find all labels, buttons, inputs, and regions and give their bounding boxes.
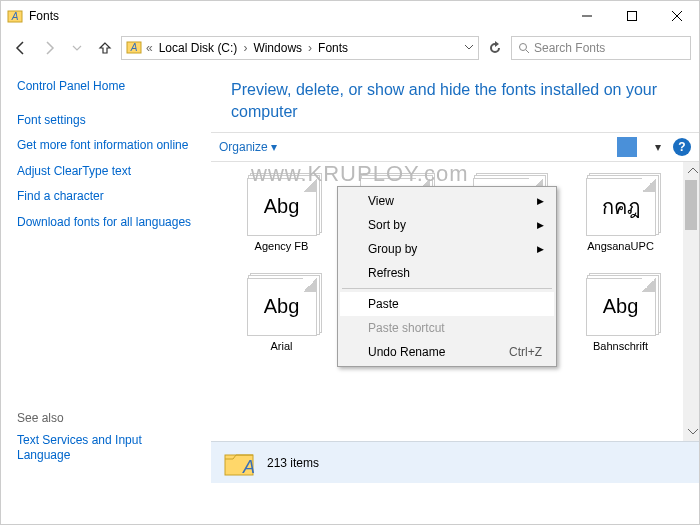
see-also-link[interactable]: Text Services and Input Language (17, 433, 195, 464)
submenu-arrow-icon: ▶ (537, 220, 544, 230)
sidebar-link[interactable]: Font settings (17, 113, 195, 129)
search-input[interactable]: Search Fonts (511, 36, 691, 60)
breadcrumb-prefix: « (144, 41, 155, 55)
window-title: Fonts (29, 9, 564, 23)
svg-point-8 (520, 44, 527, 51)
refresh-button[interactable] (483, 36, 507, 60)
view-dropdown[interactable]: ▾ (655, 140, 661, 154)
font-label: Arial (270, 340, 292, 366)
svg-rect-3 (627, 12, 636, 21)
sidebar-home[interactable]: Control Panel Home (17, 79, 195, 95)
see-also-label: See also (17, 411, 195, 425)
font-preview-icon: Abg (586, 278, 656, 336)
back-button[interactable] (9, 36, 33, 60)
menu-item: Paste shortcut (340, 316, 554, 340)
svg-text:A: A (242, 457, 255, 477)
sidebar-link[interactable]: Find a character (17, 189, 195, 205)
search-placeholder: Search Fonts (534, 41, 605, 55)
window-icon: A (7, 8, 23, 24)
breadcrumb-seg[interactable]: Fonts (316, 41, 350, 55)
svg-text:A: A (130, 42, 138, 53)
sidebar-link[interactable]: Adjust ClearType text (17, 164, 195, 180)
sidebar-link[interactable]: Download fonts for all languages (17, 215, 195, 231)
breadcrumb-seg[interactable]: Local Disk (C:) (157, 41, 240, 55)
font-preview-icon: กคฎ (586, 178, 656, 236)
svg-text:A: A (11, 11, 19, 22)
forward-button[interactable] (37, 36, 61, 60)
menu-item[interactable]: Paste (340, 292, 554, 316)
context-menu: View▶Sort by▶Group by▶RefreshPastePaste … (337, 186, 557, 367)
scroll-up-icon[interactable] (685, 163, 699, 179)
menu-item[interactable]: View▶ (340, 189, 554, 213)
scroll-down-icon[interactable] (685, 424, 699, 440)
search-icon (518, 42, 530, 54)
chevron-icon: › (241, 41, 249, 55)
font-label: AngsanaUPC (587, 240, 654, 266)
breadcrumb-seg[interactable]: Windows (251, 41, 304, 55)
svg-line-9 (526, 50, 529, 53)
page-heading: Preview, delete, or show and hide the fo… (211, 65, 699, 132)
scrollbar-thumb[interactable] (685, 180, 697, 230)
font-preview-icon: Abg (247, 278, 317, 336)
breadcrumb[interactable]: A « Local Disk (C:) › Windows › Fonts (121, 36, 479, 60)
submenu-arrow-icon: ▶ (537, 244, 544, 254)
chevron-icon: › (306, 41, 314, 55)
menu-item[interactable]: Group by▶ (340, 237, 554, 261)
navbar: A « Local Disk (C:) › Windows › Fonts Se… (1, 31, 699, 65)
font-item[interactable]: AbgAgency FB (229, 172, 334, 266)
menu-item[interactable]: Refresh (340, 261, 554, 285)
help-button[interactable]: ? (673, 138, 691, 156)
font-label: Agency FB (255, 240, 309, 266)
font-item[interactable]: กคฎAngsanaUPC (568, 172, 673, 266)
breadcrumb-dropdown[interactable] (464, 41, 474, 55)
close-button[interactable] (654, 1, 699, 31)
recent-dropdown[interactable] (65, 36, 89, 60)
font-item[interactable]: AbgArial (229, 272, 334, 366)
organize-button[interactable]: Organize ▾ (219, 140, 277, 154)
breadcrumb-icon: A (126, 39, 142, 58)
menu-separator (342, 288, 552, 289)
submenu-arrow-icon: ▶ (537, 196, 544, 206)
titlebar: A Fonts (1, 1, 699, 31)
status-text: 213 items (267, 456, 319, 470)
view-options-button[interactable] (617, 137, 637, 157)
font-preview-icon: Abg (247, 178, 317, 236)
font-label: Bahnschrift (593, 340, 648, 366)
menu-shortcut: Ctrl+Z (509, 345, 542, 359)
scrollbar[interactable] (683, 162, 699, 441)
maximize-button[interactable] (609, 1, 654, 31)
menu-item[interactable]: Undo RenameCtrl+Z (340, 340, 554, 364)
status-icon: A (223, 447, 255, 479)
sidebar: Control Panel Home Font settings Get mor… (1, 65, 211, 483)
toolbar: Organize ▾ ▾ ? (211, 132, 699, 162)
up-button[interactable] (93, 36, 117, 60)
sidebar-link[interactable]: Get more font information online (17, 138, 195, 154)
font-item[interactable]: AbgBahnschrift (568, 272, 673, 366)
minimize-button[interactable] (564, 1, 609, 31)
statusbar: A 213 items (211, 441, 699, 483)
menu-item[interactable]: Sort by▶ (340, 213, 554, 237)
